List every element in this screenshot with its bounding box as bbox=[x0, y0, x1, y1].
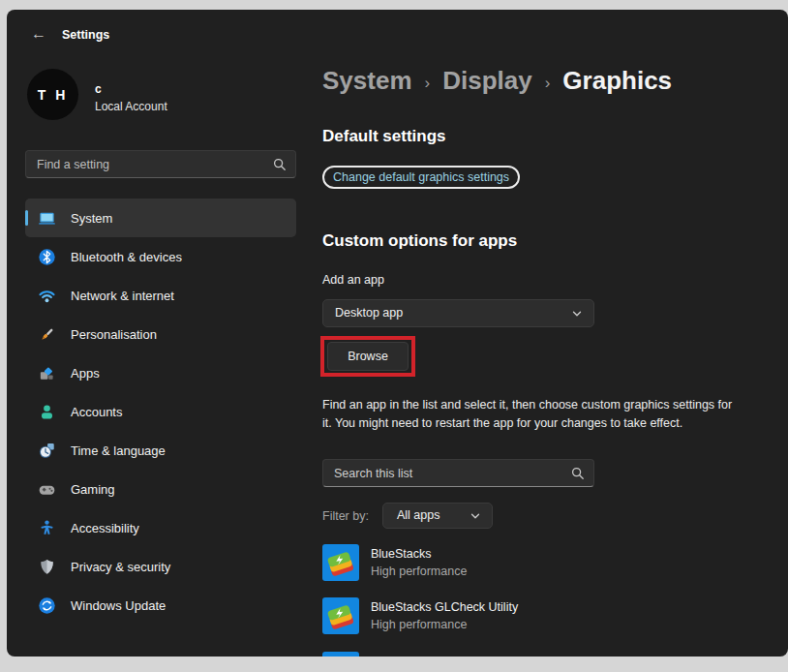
filter-by-label: Filter by: bbox=[322, 509, 369, 523]
breadcrumb-separator-icon: › bbox=[425, 70, 431, 93]
sidebar-item-label: Network & internet bbox=[71, 289, 174, 303]
sidebar-item-label: Privacy & security bbox=[71, 560, 170, 574]
app-icon-partial bbox=[322, 652, 359, 657]
search-icon bbox=[273, 158, 287, 171]
sidebar-item-time-language[interactable]: Time & language bbox=[25, 431, 296, 470]
app-list-search-input[interactable] bbox=[323, 460, 593, 486]
filter-row: Filter by: All apps bbox=[322, 503, 493, 529]
browse-button[interactable]: Browse bbox=[327, 342, 409, 371]
sidebar-item-accounts[interactable]: Accounts bbox=[25, 392, 296, 431]
sidebar-item-label: Bluetooth & devices bbox=[71, 250, 182, 264]
app-name: BlueStacks bbox=[371, 545, 467, 563]
custom-options-heading: Custom options for apps bbox=[322, 231, 517, 251]
sidebar-item-gaming[interactable]: Gaming bbox=[25, 470, 296, 508]
sidebar-item-apps[interactable]: Apps bbox=[25, 353, 296, 392]
bluestacks-icon bbox=[322, 544, 359, 581]
window-title: Settings bbox=[62, 28, 109, 42]
avatar: T H bbox=[27, 69, 78, 120]
system-icon bbox=[38, 209, 56, 228]
time-language-icon bbox=[38, 442, 56, 460]
sidebar-item-personalisation[interactable]: Personalisation bbox=[25, 315, 296, 353]
personalisation-icon bbox=[38, 325, 56, 344]
bluestacks-icon bbox=[322, 597, 359, 634]
filter-selected-value: All apps bbox=[397, 504, 439, 528]
back-arrow-icon[interactable]: ← bbox=[31, 26, 46, 42]
app-list-item[interactable]: BlueStacksHigh performance bbox=[322, 544, 739, 581]
breadcrumb-display[interactable]: Display bbox=[442, 66, 532, 96]
app-name: BlueStacks GLCheck Utility bbox=[371, 598, 518, 616]
chevron-down-icon bbox=[571, 308, 583, 320]
app-list-search[interactable] bbox=[322, 459, 594, 487]
apps-icon bbox=[38, 364, 56, 382]
find-app-description: Find an app in the list and select it, t… bbox=[322, 396, 744, 433]
breadcrumb-system[interactable]: System bbox=[322, 66, 412, 96]
sidebar-item-label: Gaming bbox=[71, 482, 115, 497]
add-an-app-label: Add an app bbox=[322, 273, 384, 287]
sidebar-item-label: Personalisation bbox=[71, 327, 157, 342]
default-settings-heading: Default settings bbox=[322, 127, 446, 146]
sidebar-item-accessibility[interactable]: Accessibility bbox=[25, 508, 296, 547]
app-graphics-setting: High performance bbox=[371, 616, 518, 633]
sidebar-item-label: Apps bbox=[71, 366, 100, 381]
sidebar-item-bluetooth-devices[interactable]: Bluetooth & devices bbox=[25, 237, 296, 276]
sidebar-nav: SystemBluetooth & devicesNetwork & inter… bbox=[25, 199, 296, 625]
app-graphics-setting: High performance bbox=[371, 563, 467, 580]
chevron-down-icon bbox=[470, 510, 481, 522]
breadcrumb: System › Display › Graphics bbox=[322, 66, 672, 96]
profile-name: c bbox=[95, 82, 102, 96]
avatar-initials: T H bbox=[38, 87, 69, 103]
accounts-icon bbox=[38, 403, 56, 421]
privacy-security-icon bbox=[38, 558, 56, 576]
sidebar-search[interactable] bbox=[25, 150, 296, 178]
sidebar-item-windows-update[interactable]: Windows Update bbox=[25, 586, 296, 625]
windows-update-icon bbox=[38, 596, 56, 615]
selected-accent-pill bbox=[25, 210, 28, 226]
sidebar-search-input[interactable] bbox=[26, 151, 295, 177]
app-type-selected-value: Desktop app bbox=[335, 300, 403, 326]
sidebar-item-label: Time & language bbox=[71, 443, 166, 458]
breadcrumb-graphics: Graphics bbox=[562, 66, 672, 96]
network-icon bbox=[38, 287, 56, 305]
gaming-icon bbox=[38, 480, 56, 499]
sidebar-item-label: System bbox=[71, 211, 112, 226]
bluetooth-icon bbox=[38, 248, 56, 266]
sidebar-item-label: Windows Update bbox=[71, 598, 166, 613]
app-type-dropdown[interactable]: Desktop app bbox=[322, 299, 594, 327]
filter-dropdown[interactable]: All apps bbox=[382, 503, 493, 529]
app-list: BlueStacksHigh performanceBlueStacks GLC… bbox=[322, 544, 739, 634]
sidebar-item-network-internet[interactable]: Network & internet bbox=[25, 276, 296, 315]
profile-account-type: Local Account bbox=[95, 100, 167, 113]
breadcrumb-separator-icon: › bbox=[545, 70, 551, 93]
app-list-item[interactable]: BlueStacks GLCheck UtilityHigh performan… bbox=[322, 597, 739, 634]
change-default-graphics-link[interactable]: Change default graphics settings bbox=[322, 166, 520, 189]
sidebar-item-label: Accounts bbox=[71, 405, 122, 419]
search-icon bbox=[571, 467, 585, 480]
sidebar-item-label: Accessibility bbox=[71, 521, 139, 535]
settings-window: ← Settings T H c Local Account SystemBlu… bbox=[7, 10, 788, 657]
sidebar-item-system[interactable]: System bbox=[25, 199, 296, 237]
sidebar-item-privacy-security[interactable]: Privacy & security bbox=[25, 547, 296, 586]
accessibility-icon bbox=[38, 519, 56, 537]
